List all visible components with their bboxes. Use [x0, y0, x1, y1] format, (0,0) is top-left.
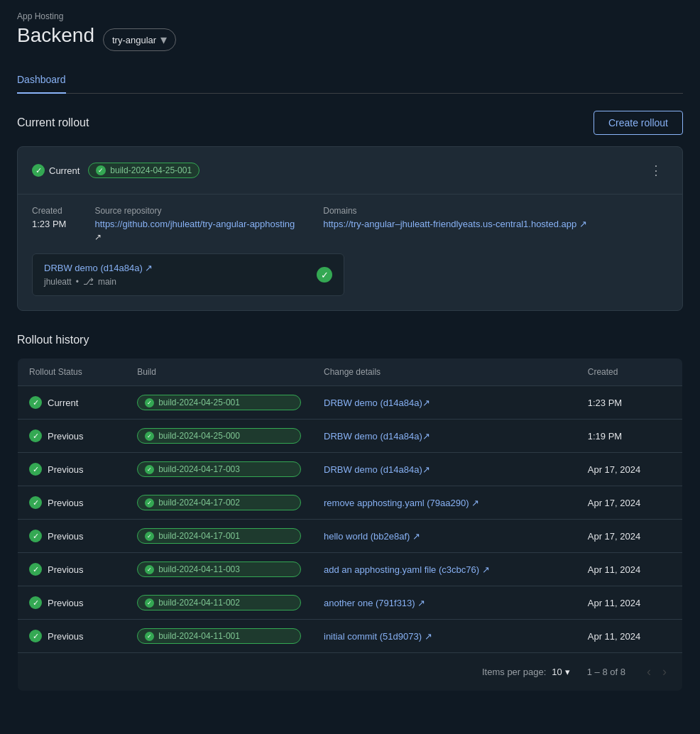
row-build-id-4: build-2024-04-17-001	[158, 531, 240, 541]
row-check-icon-0: ✓	[29, 396, 42, 409]
row-check-icon-7: ✓	[29, 630, 42, 642]
row-created-7: Apr 11, 2024	[576, 620, 683, 653]
row-change-link-5[interactable]: add an apphosting.yaml file (c3cbc76) ↗	[324, 564, 490, 575]
row-created-6: Apr 11, 2024	[576, 586, 683, 620]
row-status-6: ✓ Previous	[29, 596, 114, 609]
more-options-button[interactable]: ⋮	[644, 161, 668, 180]
row-change-ext-icon-7: ↗	[425, 631, 432, 642]
row-status-0: ✓ Current	[29, 396, 114, 409]
nav-tabs: Dashboard	[17, 67, 683, 94]
domain-link[interactable]: https://try-angular–jhuleatt-friendlyeat…	[323, 219, 587, 229]
row-created-1: 1:19 PM	[576, 420, 683, 453]
row-status-label-1: Previous	[48, 431, 84, 442]
card-info-row: Created 1:23 PM Source repository https:…	[32, 206, 668, 242]
row-build-check-6: ✓	[145, 598, 154, 608]
row-build-chip-4: ✓ build-2024-04-17-001	[137, 528, 301, 544]
col-rollout-status: Rollout Status	[18, 358, 126, 386]
row-status-label-2: Previous	[48, 464, 84, 475]
row-build-check-3: ✓	[145, 498, 154, 508]
commit-success-icon: ✓	[317, 267, 332, 283]
row-build-check-2: ✓	[145, 465, 154, 474]
row-status-2: ✓ Previous	[29, 463, 114, 476]
row-created-4: Apr 17, 2024	[576, 520, 683, 553]
card-divider	[18, 194, 682, 195]
row-change-ext-icon-4: ↗	[412, 531, 420, 542]
per-page-value: 10	[552, 667, 562, 677]
pagination-nav: ‹ ›	[642, 662, 671, 682]
row-check-icon-5: ✓	[29, 563, 42, 576]
source-repo-link[interactable]: https://github.com/jhuleatt/try-angular-…	[94, 219, 295, 229]
per-page-selector[interactable]: 10 ▾	[552, 667, 569, 677]
row-change-ext-icon-1: ↗	[422, 431, 430, 442]
row-created-3: Apr 17, 2024	[576, 486, 683, 520]
current-status-badge: ✓ Current	[32, 164, 80, 177]
row-status-label-0: Current	[48, 398, 78, 408]
row-check-icon-2: ✓	[29, 463, 42, 476]
source-repo-label: Source repository	[94, 206, 295, 216]
domains-group: Domains https://try-angular–jhuleatt-fri…	[323, 206, 587, 242]
row-build-check-5: ✓	[145, 565, 154, 574]
row-check-icon-6: ✓	[29, 596, 42, 609]
tab-dashboard[interactable]: Dashboard	[17, 67, 66, 94]
row-build-id-6: build-2024-04-11-002	[158, 598, 240, 608]
row-build-id-0: build-2024-04-25-001	[158, 398, 240, 407]
commit-box: DRBW demo (d14a84a) ↗ jhuleatt • ⎇ main …	[32, 253, 344, 296]
rollout-history-table: Rollout Status Build Change details Crea…	[17, 358, 683, 691]
current-rollout-card: ✓ Current ✓ build-2024-04-25-001 ⋮ Creat…	[17, 146, 683, 311]
row-change-ext-icon-6: ↗	[417, 598, 425, 608]
row-status-label-3: Previous	[48, 498, 84, 508]
table-row: ✓ Previous ✓ build-2024-04-17-001 hello …	[18, 520, 683, 553]
row-build-check-1: ✓	[145, 432, 154, 441]
next-page-button[interactable]: ›	[658, 662, 671, 682]
row-build-chip-6: ✓ build-2024-04-11-002	[137, 595, 301, 610]
row-check-icon-4: ✓	[29, 530, 42, 542]
row-status-label-4: Previous	[48, 531, 84, 542]
row-status-4: ✓ Previous	[29, 530, 114, 542]
row-build-id-2: build-2024-04-17-003	[158, 464, 240, 474]
col-change-details: Change details	[312, 358, 576, 386]
table-row: ✓ Previous ✓ build-2024-04-11-003 add an…	[18, 553, 683, 586]
row-build-id-1: build-2024-04-25-000	[158, 431, 240, 441]
branch-selector[interactable]: try-angular ▾	[103, 28, 176, 51]
col-build: Build	[126, 358, 312, 386]
app-hosting-label: App Hosting	[17, 11, 683, 21]
pagination-row: Items per page: 10 ▾ 1 – 8 of 8 ‹ ›	[18, 652, 683, 691]
table-row: ✓ Previous ✓ build-2024-04-11-002 anothe…	[18, 586, 683, 620]
row-change-link-1[interactable]: DRBW demo (d14a84a)↗	[324, 431, 430, 442]
row-created-0: 1:23 PM	[576, 386, 683, 420]
row-build-id-7: build-2024-04-11-001	[158, 631, 240, 641]
commit-link[interactable]: DRBW demo (d14a84a) ↗	[44, 263, 153, 273]
row-build-chip-0: ✓ build-2024-04-25-001	[137, 395, 301, 410]
commit-author: jhuleatt	[44, 277, 72, 287]
page-title: Backend	[17, 24, 94, 47]
row-check-icon-1: ✓	[29, 429, 42, 442]
chevron-down-icon: ▾	[160, 32, 167, 48]
row-change-link-6[interactable]: another one (791f313) ↗	[324, 598, 425, 608]
row-change-ext-icon-3: ↗	[471, 498, 479, 508]
domain-external-icon: ↗	[579, 219, 587, 229]
row-status-5: ✓ Previous	[29, 563, 114, 576]
table-header-row: Rollout Status Build Change details Crea…	[18, 358, 683, 386]
row-build-check-4: ✓	[145, 532, 154, 541]
row-created-5: Apr 11, 2024	[576, 553, 683, 586]
row-status-label-5: Previous	[48, 564, 84, 575]
source-repo-group: Source repository https://github.com/jhu…	[94, 206, 295, 242]
commit-external-icon: ↗	[145, 263, 153, 273]
table-row: ✓ Current ✓ build-2024-04-25-001 DRBW de…	[18, 386, 683, 420]
row-build-chip-5: ✓ build-2024-04-11-003	[137, 562, 301, 577]
row-build-check-0: ✓	[145, 398, 154, 407]
row-status-label-7: Previous	[48, 631, 84, 642]
prev-page-button[interactable]: ‹	[642, 662, 655, 682]
create-rollout-button[interactable]: Create rollout	[594, 111, 683, 135]
per-page-chevron: ▾	[565, 667, 570, 677]
row-change-link-7[interactable]: initial commit (51d9073) ↗	[324, 631, 432, 642]
row-change-link-3[interactable]: remove apphosting.yaml (79aa290) ↗	[324, 498, 479, 508]
current-rollout-header: Current rollout Create rollout	[17, 111, 683, 135]
domains-label: Domains	[323, 206, 587, 216]
row-change-link-4[interactable]: hello world (bb2e8af) ↗	[324, 531, 420, 542]
created-group: Created 1:23 PM	[32, 206, 66, 242]
row-change-link-0[interactable]: DRBW demo (d14a84a)↗	[324, 398, 430, 408]
row-change-link-2[interactable]: DRBW demo (d14a84a)↗	[324, 464, 430, 475]
external-link-icon: ↗	[94, 232, 295, 242]
current-build-id: build-2024-04-25-001	[110, 165, 192, 175]
